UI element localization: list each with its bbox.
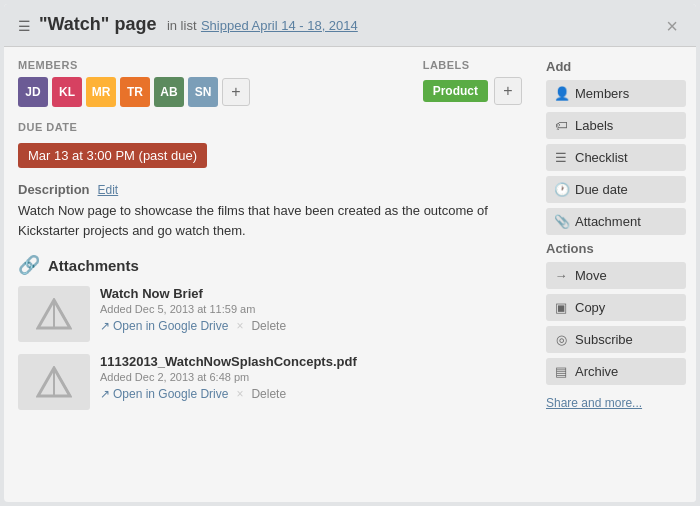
archive-button[interactable]: ▤ Archive bbox=[546, 358, 686, 385]
attachment-name: 11132013_WatchNowSplashConcepts.pdf bbox=[100, 354, 357, 369]
modal-sidebar: Add 👤 Members 🏷 Labels ☰ Checklist 🕐 Due… bbox=[536, 47, 696, 502]
attachment-actions: ↗ Open in Google Drive × Delete bbox=[100, 387, 357, 401]
checklist-button[interactable]: ☰ Checklist bbox=[546, 144, 686, 171]
edit-description-button[interactable]: Edit bbox=[98, 183, 119, 197]
delete-attachment-link[interactable]: Delete bbox=[251, 319, 286, 333]
copy-icon: ▣ bbox=[554, 300, 568, 315]
avatar[interactable]: AB bbox=[154, 77, 184, 107]
tag-icon: 🏷 bbox=[554, 118, 568, 133]
modal-list-link[interactable]: Shipped April 14 - 18, 2014 bbox=[201, 18, 358, 33]
product-label-tag[interactable]: Product bbox=[423, 80, 488, 102]
due-date-label: Due Date bbox=[18, 121, 522, 133]
labels-section: Labels Product + bbox=[423, 59, 522, 107]
members-btn-label: Members bbox=[575, 86, 629, 101]
attachment-actions: ↗ Open in Google Drive × Delete bbox=[100, 319, 286, 333]
copy-button[interactable]: ▣ Copy bbox=[546, 294, 686, 321]
labels-row: Product + bbox=[423, 77, 522, 105]
close-button[interactable]: × bbox=[662, 14, 682, 38]
due-date-badge[interactable]: Mar 13 at 3:00 PM (past due) bbox=[18, 143, 207, 168]
members-section: Members JD KL MR TR AB SN + bbox=[18, 59, 399, 107]
attachments-title: Attachments bbox=[48, 257, 139, 274]
attachment-date: Added Dec 2, 2013 at 6:48 pm bbox=[100, 371, 357, 383]
archive-icon: ▤ bbox=[554, 364, 568, 379]
open-drive-link[interactable]: ↗ Open in Google Drive bbox=[100, 387, 228, 401]
attachment-info: Watch Now Brief Added Dec 5, 2013 at 11:… bbox=[100, 286, 286, 333]
avatar[interactable]: SN bbox=[188, 77, 218, 107]
move-btn-label: Move bbox=[575, 268, 607, 283]
due-date-button[interactable]: 🕐 Due date bbox=[546, 176, 686, 203]
add-label-button[interactable]: + bbox=[494, 77, 522, 105]
share-more-link[interactable]: Share and more... bbox=[546, 394, 642, 412]
paperclip-icon: 📎 bbox=[554, 214, 568, 229]
subscribe-icon: ◎ bbox=[554, 332, 568, 347]
person-icon: 👤 bbox=[554, 86, 568, 101]
description-section: Description Edit Watch Now page to showc… bbox=[18, 182, 522, 240]
labels-btn-label: Labels bbox=[575, 118, 613, 133]
description-text: Watch Now page to showcase the films tha… bbox=[18, 201, 522, 240]
subscribe-button[interactable]: ◎ Subscribe bbox=[546, 326, 686, 353]
avatars-list: JD KL MR TR AB SN + bbox=[18, 77, 399, 107]
svg-line-7 bbox=[54, 368, 70, 396]
attachment-date: Added Dec 5, 2013 at 11:59 am bbox=[100, 303, 286, 315]
add-member-button[interactable]: + bbox=[222, 78, 250, 106]
svg-line-3 bbox=[54, 300, 70, 328]
avatar[interactable]: KL bbox=[52, 77, 82, 107]
desc-header: Description Edit bbox=[18, 182, 522, 197]
actions-section-title: Actions bbox=[546, 241, 686, 256]
modal-header: ☰ "Watch" page in list Shipped April 14 … bbox=[4, 4, 696, 47]
attachment-btn-label: Attachment bbox=[575, 214, 641, 229]
attachments-section: 🔗 Attachments Watch Now Brief bbox=[18, 254, 522, 410]
paperclip-icon: 🔗 bbox=[18, 254, 40, 276]
move-button[interactable]: → Move bbox=[546, 262, 686, 289]
attachment-info: 11132013_WatchNowSplashConcepts.pdf Adde… bbox=[100, 354, 357, 401]
avatar[interactable]: MR bbox=[86, 77, 116, 107]
checklist-btn-label: Checklist bbox=[575, 150, 628, 165]
drive-icon bbox=[36, 298, 72, 330]
modal-body: Members JD KL MR TR AB SN + Labels Produ… bbox=[4, 47, 696, 502]
archive-btn-label: Archive bbox=[575, 364, 618, 379]
avatar[interactable]: TR bbox=[120, 77, 150, 107]
checklist-icon: ☰ bbox=[554, 150, 568, 165]
attachment-button[interactable]: 📎 Attachment bbox=[546, 208, 686, 235]
labels-button[interactable]: 🏷 Labels bbox=[546, 112, 686, 139]
copy-btn-label: Copy bbox=[575, 300, 605, 315]
attachment-thumbnail bbox=[18, 354, 90, 410]
drive-icon bbox=[36, 366, 72, 398]
modal-title-area: "Watch" page in list Shipped April 14 - … bbox=[39, 14, 654, 35]
delete-attachment-link[interactable]: Delete bbox=[251, 387, 286, 401]
labels-label: Labels bbox=[423, 59, 522, 71]
attachment-thumbnail bbox=[18, 286, 90, 342]
attachment-name: Watch Now Brief bbox=[100, 286, 286, 301]
card-icon: ☰ bbox=[18, 18, 31, 34]
members-labels-row: Members JD KL MR TR AB SN + Labels Produ… bbox=[18, 59, 522, 107]
due-date-btn-label: Due date bbox=[575, 182, 628, 197]
due-date-section: Due Date Mar 13 at 3:00 PM (past due) bbox=[18, 121, 522, 168]
attachment-item: Watch Now Brief Added Dec 5, 2013 at 11:… bbox=[18, 286, 522, 342]
modal-main: Members JD KL MR TR AB SN + Labels Produ… bbox=[4, 47, 536, 502]
add-section-title: Add bbox=[546, 59, 686, 74]
modal-title: "Watch" page bbox=[39, 14, 156, 34]
subscribe-btn-label: Subscribe bbox=[575, 332, 633, 347]
attach-header: 🔗 Attachments bbox=[18, 254, 522, 276]
modal-list-prefix: in list bbox=[167, 18, 197, 33]
clock-icon: 🕐 bbox=[554, 182, 568, 197]
card-modal: ☰ "Watch" page in list Shipped April 14 … bbox=[4, 4, 696, 502]
move-icon: → bbox=[554, 268, 568, 283]
members-label: Members bbox=[18, 59, 399, 71]
attachment-item: 11132013_WatchNowSplashConcepts.pdf Adde… bbox=[18, 354, 522, 410]
avatar[interactable]: JD bbox=[18, 77, 48, 107]
desc-label: Description bbox=[18, 182, 90, 197]
members-button[interactable]: 👤 Members bbox=[546, 80, 686, 107]
open-drive-link[interactable]: ↗ Open in Google Drive bbox=[100, 319, 228, 333]
